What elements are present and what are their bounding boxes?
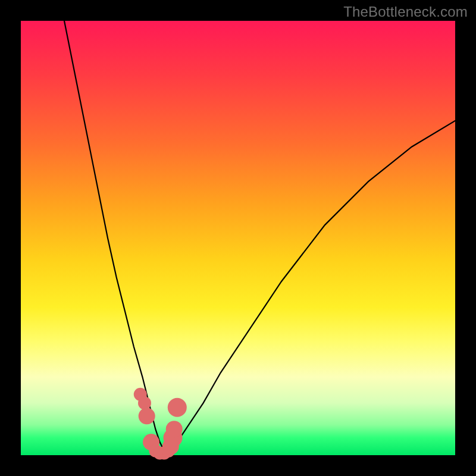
bottleneck-curve-line [64, 21, 455, 451]
watermark-text: TheBottleneck.com [343, 4, 468, 20]
highlight-marker [166, 421, 183, 437]
highlight-marker [139, 408, 155, 424]
plot-area [21, 21, 455, 455]
highlight-markers [134, 388, 187, 460]
highlight-marker [138, 396, 151, 409]
curve-svg [21, 21, 455, 455]
highlight-marker [168, 398, 187, 417]
chart-frame: TheBottleneck.com [0, 0, 476, 476]
